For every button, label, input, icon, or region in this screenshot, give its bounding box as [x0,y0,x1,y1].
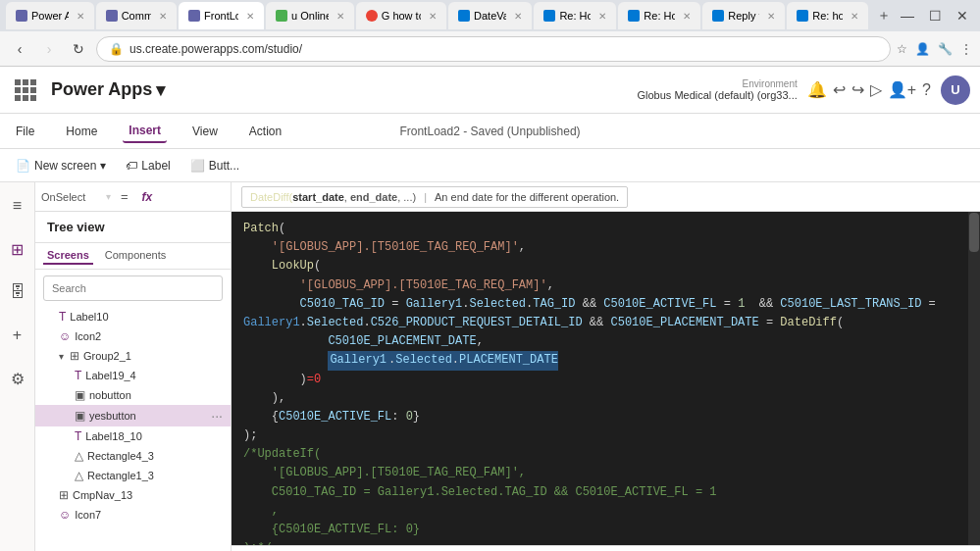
tree-item-nobutton[interactable]: ▣ nobutton [35,385,231,405]
tab-9[interactable]: Reply t... ✕ [702,2,785,29]
sidebar-icon-data[interactable]: 🗄 [4,278,31,306]
menu-bar: File Home Insert View Action FrontLoad2 … [0,114,980,149]
maximize-button[interactable]: ☐ [923,4,947,27]
tab-3-active[interactable]: FrontLo... ✕ [179,2,264,29]
editor-header: DateDiff(start_date, end_date, ...) | An… [232,182,980,212]
undo-icon[interactable]: ↩ [833,80,846,99]
tree-tab-screens[interactable]: Screens [43,247,93,265]
code-line-14: '[GLOBUS_APP].[T5010E_TAG_REQ_FAM]', [243,464,956,482]
tab-6[interactable]: DateVa... ✕ [448,2,532,29]
extensions-icon[interactable]: 🔧 [938,42,953,56]
code-line-2: '[GLOBUS_APP].[T5010E_TAG_REQ_FAM]', [243,238,956,257]
tab-close-5[interactable]: ✕ [429,11,437,22]
tree-item-icon2[interactable]: ☺ Icon2 [35,326,231,346]
tree-item-cmpnav13[interactable]: ⊞ CmpNav_13 [35,485,231,505]
menu-view[interactable]: View [186,121,224,142]
notifications-icon[interactable]: 🔔 [807,80,827,99]
new-screen-button[interactable]: 📄 New screen ▾ [8,155,114,176]
code-line-3: LookUp( [243,257,956,276]
tree-tabs: Screens Components [35,243,231,270]
tree-item-icon-yesbutton: ▣ [75,409,85,423]
redo-icon[interactable]: ↪ [851,80,864,99]
tree-item-icon-group2: ⊞ [70,349,79,363]
tree-item-label-label19: Label19_4 [85,370,223,381]
menu-icon[interactable]: ⋮ [960,42,972,56]
toolbar: 📄 New screen ▾ 🏷 Label ⬜ Butt... [0,149,980,182]
tree-item-icon-cmpnav: ⊞ [59,488,69,502]
help-icon[interactable]: ? [922,81,931,99]
code-line-8: Gallery1.Selected.PLACEMENT_DATE [243,351,956,370]
tab-2[interactable]: Comm... ✕ [96,2,177,29]
autocomplete-description: An end date for the different operation. [435,191,619,203]
forward-button[interactable]: › [37,37,61,61]
sidebar-icons: ≡ ⊞ 🗄 + ⚙ ⚙ [0,182,35,551]
scrollbar-thumb[interactable] [969,213,979,252]
tab-close-8[interactable]: ✕ [683,11,691,22]
tab-close-7[interactable]: ✕ [598,11,606,22]
back-button[interactable]: ‹ [8,37,31,61]
search-input[interactable] [43,276,223,301]
minimize-button[interactable]: — [896,4,919,27]
app-name-chevron[interactable]: ▾ [156,79,165,101]
tree-item-rect1-3[interactable]: △ Rectangle1_3 [35,466,231,485]
refresh-button[interactable]: ↻ [67,37,90,61]
scrollbar-right[interactable] [968,212,980,545]
play-icon[interactable]: ▷ [870,80,882,99]
tree-item-label18-10[interactable]: T Label18_10 [35,426,231,446]
tree-item-label10[interactable]: T Label10 [35,307,231,326]
waffle-menu-icon[interactable] [10,75,41,106]
close-window-button[interactable]: ✕ [951,4,974,27]
tree-item-yesbutton[interactable]: ▣ yesbutton ··· [35,405,231,426]
code-line-4: '[GLOBUS_APP].[T5010E_TAG_REQ_FAM]', [243,276,956,295]
tree-item-group2-1[interactable]: ▾ ⊞ Group2_1 [35,346,231,366]
tab-4[interactable]: u Online... ✕ [266,2,354,29]
code-line-18: );*/ [243,539,956,545]
button-button[interactable]: ⬜ Butt... [182,155,247,176]
app-title: FrontLoad2 - Saved (Unpublished) [399,125,580,138]
tab-close-2[interactable]: ✕ [159,11,167,22]
tab-close-3[interactable]: ✕ [246,11,254,22]
avatar[interactable]: U [941,75,970,105]
menu-insert[interactable]: Insert [123,120,167,143]
tab-close-6[interactable]: ✕ [514,11,522,22]
tab-close-10[interactable]: ✕ [851,11,858,22]
tree-item-label-nobutton: nobutton [89,389,223,401]
main-layout: ≡ ⊞ 🗄 + ⚙ ⚙ OnSelect ▾ = fx Tree view Sc… [0,182,980,551]
tree-item-dots-yesbutton[interactable]: ··· [211,408,223,424]
tree-item-label-label18: Label18_10 [85,430,223,442]
code-line-10: ), [243,389,956,408]
tab-7[interactable]: Re: Ho... ✕ [534,2,616,29]
menu-home[interactable]: Home [60,121,103,142]
sidebar-icon-tree[interactable]: ≡ [4,192,31,220]
new-tab-button[interactable]: ＋ [874,4,894,27]
tree-item-label-cmpnav: CmpNav_13 [73,489,223,501]
formula-label: OnSelect [41,191,100,203]
tree-item-label19-4[interactable]: T Label19_4 [35,366,231,385]
code-editor[interactable]: Patch( '[GLOBUS_APP].[T5010E_TAG_REQ_FAM… [232,212,968,545]
tree-tab-components[interactable]: Components [101,247,170,265]
formula-toolbar: ≡ Format text ≡✕ Remove formatting ⊟ Col… [232,545,980,551]
sidebar-icon-variables[interactable]: ⚙ [4,365,31,392]
menu-action[interactable]: Action [243,121,287,142]
bookmark-icon[interactable]: ☆ [897,42,907,56]
profile-icon[interactable]: 👤 [915,42,930,56]
url-bar[interactable]: 🔒 us.create.powerapps.com/studio/ [96,36,891,62]
share-icon[interactable]: 👤+ [888,80,916,99]
code-line-13: /*UpdateIf( [243,445,956,464]
formula-equals: = [117,189,132,204]
tab-5[interactable]: G how to... ✕ [356,2,446,29]
tab-1[interactable]: Power A... ✕ [6,2,94,29]
tab-close-4[interactable]: ✕ [336,11,344,22]
tree-item-rect4-3[interactable]: △ Rectangle4_3 [35,446,231,466]
tab-10[interactable]: Re: ho... ✕ [787,2,867,29]
tree-item-icon7[interactable]: ☺ Icon7 [35,505,231,525]
sidebar-icon-components[interactable]: ⊞ [4,235,31,263]
tab-close-9[interactable]: ✕ [767,11,775,22]
menu-file[interactable]: File [10,121,40,142]
tab-close-1[interactable]: ✕ [77,11,84,22]
tree-item-label-icon7: Icon7 [75,509,223,521]
tab-8[interactable]: Re: Ho... ✕ [618,2,700,29]
sidebar-icon-media[interactable]: + [4,322,31,349]
button-icon: ⬜ [190,159,205,173]
label-button[interactable]: 🏷 Label [118,155,178,176]
